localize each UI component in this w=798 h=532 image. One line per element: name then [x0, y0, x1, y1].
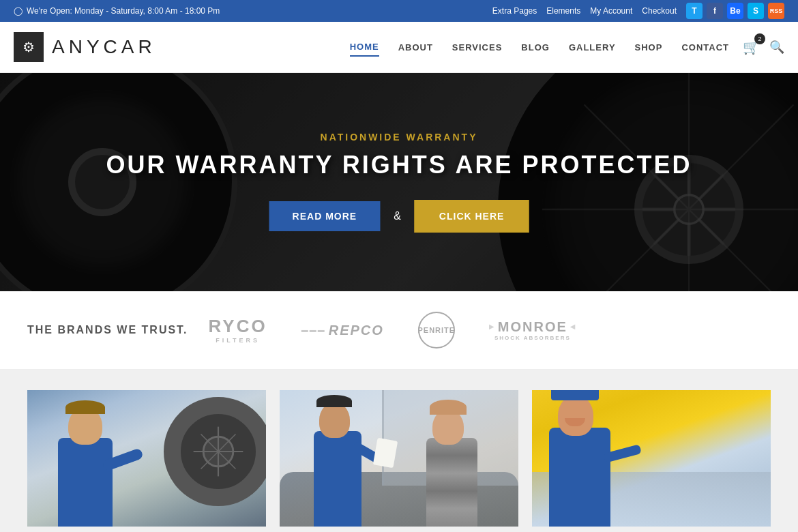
top-bar-right: Extra Pages Elements My Account Checkout…: [492, 3, 784, 19]
hero-subtitle: NATIONWIDE WARRANTY: [106, 132, 692, 143]
top-bar-left: ◯ We're Open: Monday - Saturday, 8:00 Am…: [14, 6, 220, 16]
hero-content: NATIONWIDE WARRANTY OUR WARRANTY RIGHTS …: [106, 132, 692, 233]
hero-buttons: Read More & Click Here: [106, 200, 692, 233]
cards-section: [0, 370, 798, 532]
skype-icon[interactable]: S: [748, 3, 764, 19]
nav-shop[interactable]: SHOP: [635, 39, 663, 56]
twitter-icon[interactable]: T: [686, 3, 703, 19]
nav-blog[interactable]: BLOG: [521, 39, 550, 56]
cart-icon[interactable]: 🛒 2: [743, 39, 760, 55]
social-icons: T f Be S RSS: [686, 3, 784, 19]
nav-home[interactable]: HOME: [350, 38, 379, 57]
my-account-link[interactable]: My Account: [590, 6, 632, 16]
checkout-link[interactable]: Checkout: [642, 6, 677, 16]
extra-pages-link[interactable]: Extra Pages: [492, 6, 537, 16]
card-female-mechanic: [532, 390, 771, 527]
cart-badge: 2: [754, 33, 765, 44]
logo-text[interactable]: ANYCAR: [52, 36, 156, 58]
brand-ryco: RYCO FILTERS: [209, 316, 267, 344]
brands-section: THE BRANDS WE TRUST. RYCO FILTERS ▬▬▬ Re…: [0, 291, 798, 370]
brands-title: THE BRANDS WE TRUST.: [27, 324, 188, 336]
brands-logos: RYCO FILTERS ▬▬▬ Repco PENRITE ▶ MONROE …: [209, 312, 771, 349]
behance-icon[interactable]: Be: [727, 3, 743, 19]
hero-title: OUR WARRANTY RIGHTS ARE PROTECTED: [106, 151, 692, 179]
nav-gallery[interactable]: GALLERY: [569, 39, 616, 56]
read-more-button[interactable]: Read More: [269, 201, 381, 231]
clock-icon: ◯: [14, 6, 23, 16]
facebook-icon[interactable]: f: [707, 3, 723, 19]
nav-contact[interactable]: CONTACT: [681, 39, 729, 56]
logo-gear-icon: ⚙: [14, 32, 44, 62]
card-mechanic-tire: [27, 390, 266, 527]
hero-ampersand: &: [394, 210, 401, 222]
nav-about[interactable]: ABOUT: [398, 39, 433, 56]
header-icons: 🛒 2 🔍: [743, 39, 784, 55]
top-bar: ◯ We're Open: Monday - Saturday, 8:00 Am…: [0, 0, 798, 22]
brand-monroe: ▶ MONROE ◀ Shock Absorbers: [489, 319, 576, 342]
hero-section: NATIONWIDE WARRANTY OUR WARRANTY RIGHTS …: [0, 73, 798, 291]
brand-penrite: PENRITE: [418, 312, 455, 349]
header: ⚙ ANYCAR HOME ABOUT SERVICES BLOG GALLER…: [0, 22, 798, 73]
nav-services[interactable]: SERVICES: [452, 39, 503, 56]
main-nav: HOME ABOUT SERVICES BLOG GALLERY SHOP CO…: [350, 38, 729, 57]
penrite-circle: PENRITE: [418, 312, 455, 349]
business-hours: We're Open: Monday - Saturday, 8:00 Am -…: [27, 6, 220, 16]
logo-area: ⚙ ANYCAR: [14, 32, 156, 62]
rss-icon[interactable]: RSS: [768, 3, 784, 19]
click-here-button[interactable]: Click Here: [415, 200, 529, 233]
search-icon[interactable]: 🔍: [769, 40, 784, 55]
card-consultation: [280, 390, 518, 527]
elements-link[interactable]: Elements: [546, 6, 580, 16]
brand-repco: ▬▬▬ Repco: [301, 322, 384, 338]
